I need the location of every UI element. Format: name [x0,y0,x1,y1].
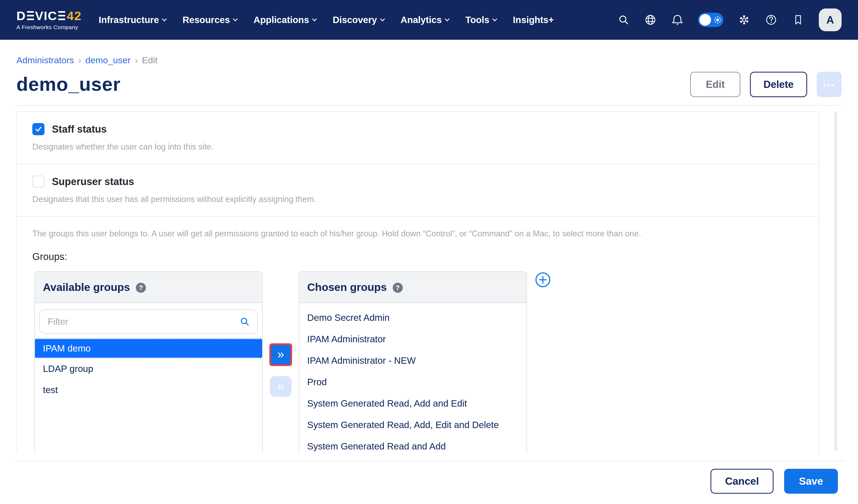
toggle-knob [699,14,711,26]
available-group-option[interactable]: LDAP group [35,358,262,379]
nav-item-label: Tools [465,15,489,25]
logo-e-bars-icon [58,11,65,20]
page-title: demo_user [16,74,121,95]
nav-item-label: Applications [253,15,309,25]
highlight-box: » [269,343,292,366]
available-group-option[interactable]: IPAM demo [35,339,262,358]
footer-action-bar: Cancel Save [0,461,858,501]
staff-status-row: Staff status [32,111,803,135]
chosen-group-option[interactable]: Demo Secret Admin [299,307,526,328]
cancel-button[interactable]: Cancel [711,469,774,494]
settings-gear-icon[interactable] [738,14,750,26]
top-navbar: DVIC42 A Freshworks Company Infrastructu… [0,0,858,40]
chosen-group-option[interactable]: IPAM Administrator - NEW [299,350,526,371]
chevron-down-icon [380,16,385,21]
available-groups-list: IPAM demo LDAP group test [35,339,262,401]
nav-item-label: Resources [182,15,230,25]
chevron-down-icon [492,16,497,21]
nav-item-label: Analytics [401,15,442,25]
logo-42: 42 [67,10,82,22]
delete-button[interactable]: Delete [750,72,807,97]
nav-item-label: Infrastructure [99,15,159,25]
search-icon[interactable] [618,14,630,26]
chosen-groups-list: Demo Secret Admin IPAM Administrator IPA… [299,307,526,453]
move-to-available-button[interactable]: « [270,376,291,397]
breadcrumb-item[interactable]: Edit [142,55,158,65]
filter-input[interactable] [47,316,239,327]
chosen-groups-panel: Chosen groups ? Demo Secret Admin IPAM A… [299,271,527,453]
nav-item[interactable]: Discovery [333,15,384,25]
page-head: demo_user Edit Delete ••• [16,72,842,97]
user-avatar[interactable]: A [819,9,842,31]
breadcrumb-item[interactable]: Administrators [16,55,74,65]
navbar-actions: A [618,9,842,31]
nav-item[interactable]: Infrastructure [99,15,166,25]
logo-e-bars-icon [27,11,34,20]
move-to-chosen-button[interactable]: » [271,345,290,364]
nav-item-label: Insights+ [513,15,554,25]
chevron-down-icon [233,16,238,21]
available-groups-panel: Available groups ? IPAM demo LDAP group [34,271,263,453]
groups-dual-listbox: Available groups ? IPAM demo LDAP group [34,271,803,453]
superuser-status-label: Superuser status [52,176,134,188]
nav-item[interactable]: Applications [253,15,316,25]
theme-toggle[interactable] [698,13,724,27]
bookmark-icon[interactable] [792,14,805,26]
logo-subtitle: A Freshworks Company [16,24,82,30]
main-nav: Infrastructure Resources Applications Di… [99,15,554,25]
chevron-down-icon [312,16,317,21]
available-groups-help-icon[interactable]: ? [136,283,146,293]
chosen-groups-help-icon[interactable]: ? [393,283,403,293]
chosen-group-option[interactable]: System Generated Read, Add and Edit [299,393,526,414]
nav-item[interactable]: Resources [182,15,237,25]
chosen-groups-title: Chosen groups [307,281,387,294]
staff-status-checkbox[interactable] [32,123,45,135]
vertical-scrollbar[interactable] [834,112,837,451]
logo-letter: D [16,10,26,22]
staff-status-help: Designates whether the user can log into… [32,142,803,152]
available-groups-header: Available groups ? [35,272,262,303]
logo-letters: VIC [35,10,57,22]
superuser-status-checkbox[interactable] [32,176,45,188]
nav-item[interactable]: Analytics [401,15,449,25]
user-form-card: Staff status Designates whether the user… [16,111,819,453]
device42-logo[interactable]: DVIC42 A Freshworks Company [16,10,82,30]
section-divider [17,216,819,217]
chosen-group-option[interactable]: IPAM Administrator [299,328,526,350]
filter-search-icon [239,316,250,327]
sun-icon [713,16,722,25]
help-icon[interactable] [765,14,778,26]
available-group-option[interactable]: test [35,379,262,401]
logo-wordmark: DVIC42 [16,10,82,22]
breadcrumb-item[interactable]: demo_user [85,55,130,65]
page-actions: Edit Delete ••• [690,72,842,97]
nav-item[interactable]: Tools [465,15,496,25]
breadcrumb-item: › [135,55,138,65]
globe-icon[interactable] [644,14,657,26]
nav-item[interactable]: Insights+ [513,15,554,25]
chosen-group-option[interactable]: Prod [299,371,526,393]
form-scroll-region: Staff status Designates whether the user… [0,105,858,453]
available-groups-title: Available groups [43,281,130,294]
breadcrumb-item: › [78,55,81,65]
superuser-status-help: Designates that this user has all permis… [32,195,803,204]
breadcrumb: Administrators › demo_user › Edit [16,55,858,65]
notifications-bell-icon[interactable] [671,14,684,26]
chosen-groups-header: Chosen groups ? [299,272,526,303]
edit-button[interactable]: Edit [690,72,741,97]
chosen-group-option[interactable]: System Generated Read, Add, Edit and Del… [299,414,526,436]
staff-status-label: Staff status [52,124,107,135]
chosen-group-option[interactable]: System Generated Read and Add [299,436,526,453]
chevron-down-icon [445,16,449,21]
groups-help-text: The groups this user belongs to. A user … [32,229,803,239]
add-group-icon[interactable] [536,272,550,287]
available-groups-filter [39,309,258,334]
superuser-status-row: Superuser status [32,164,803,188]
save-button[interactable]: Save [784,469,838,494]
nav-item-label: Discovery [333,15,377,25]
chevron-down-icon [162,16,166,21]
mover-buttons: » « [263,271,299,397]
more-actions-button[interactable]: ••• [817,72,842,97]
groups-label: Groups: [32,251,803,262]
